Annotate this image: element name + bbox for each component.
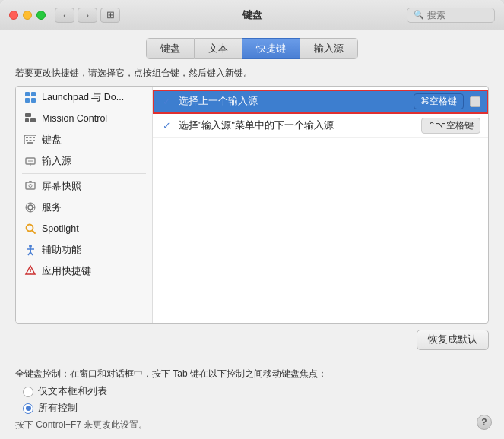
restore-defaults-button[interactable]: 恢复成默认: [417, 330, 489, 350]
radio-item-all-controls[interactable]: 所有控制: [23, 402, 489, 415]
svg-point-29: [29, 245, 32, 248]
search-input[interactable]: [427, 10, 488, 21]
svg-rect-1: [31, 92, 36, 96]
content-area: 若要更改快捷键，请选择它，点按组合键，然后键入新键。 Launchpad 与 D…: [0, 64, 504, 358]
sidebar-item-accessibility[interactable]: 辅助功能: [16, 239, 152, 261]
svg-rect-11: [26, 140, 28, 141]
shortcut-key-1: ⌘空格键: [414, 93, 464, 109]
svg-rect-2: [25, 98, 30, 103]
sidebar-item-app-shortcuts[interactable]: 应用快捷键: [16, 261, 152, 282]
sidebar-item-keyboard[interactable]: 键盘: [16, 129, 152, 150]
radio-item-text-only[interactable]: 仅文本框和列表: [23, 385, 489, 398]
sidebar-label-spotlight: Spotlight: [42, 223, 79, 234]
svg-rect-20: [29, 181, 32, 182]
shortcut-list: ✓ 选择上一个输入源 ⌘空格键 ✓ 选择"输入源"菜单中的下一个输入源 ⌃⌥空格…: [153, 87, 488, 323]
tab-keyboard[interactable]: 键盘: [146, 38, 195, 59]
input-icon: [24, 154, 37, 168]
shortcut-row-1[interactable]: ✓ 选择上一个输入源 ⌘空格键: [153, 90, 488, 114]
titlebar: ‹ › ⊞ 键盘 🔍: [0, 0, 504, 30]
minimize-button[interactable]: [23, 11, 32, 20]
app-shortcuts-icon: [24, 264, 37, 278]
svg-rect-14: [27, 142, 33, 144]
sidebar-item-input[interactable]: 输入源: [16, 150, 152, 172]
svg-line-33: [30, 252, 33, 255]
svg-rect-10: [33, 137, 35, 138]
main-panel: Launchpad 与 Do... Mission Control: [15, 86, 489, 324]
svg-rect-8: [26, 137, 28, 138]
sidebar-label-services: 服务: [42, 201, 62, 214]
traffic-lights: [9, 11, 46, 20]
sidebar-item-launchpad[interactable]: Launchpad 与 Do...: [16, 87, 152, 108]
svg-rect-4: [25, 113, 31, 117]
main-window: ‹ › ⊞ 键盘 🔍 键盘 文本 快捷键 输入源 若要更改快捷键，请选择它，点按…: [0, 0, 504, 439]
check-icon-2: ✓: [160, 120, 173, 132]
keyboard-control-section: 全键盘控制：在窗口和对话框中，按下 Tab 键在以下控制之间移动键盘焦点： 仅文…: [0, 358, 504, 439]
shortcut-panel: ✓ 选择上一个输入源 ⌘空格键 ✓ 选择"输入源"菜单中的下一个输入源 ⌃⌥空格…: [153, 87, 488, 323]
radio-circle-all-controls[interactable]: [23, 403, 33, 414]
nav-buttons: ‹ ›: [55, 8, 97, 23]
close-button[interactable]: [9, 11, 18, 20]
sidebar-label-screenshot: 屏幕快照: [42, 180, 81, 193]
sidebar-label-launchpad: Launchpad 与 Do...: [42, 91, 124, 104]
keyboard-icon: [24, 133, 37, 147]
shortcut-label-1: 选择上一个输入源: [179, 95, 407, 108]
key-edit-indicator: [470, 96, 480, 107]
sidebar-item-mission[interactable]: Mission Control: [16, 108, 152, 129]
tab-text[interactable]: 文本: [195, 38, 242, 59]
sidebar-label-input: 输入源: [42, 155, 71, 168]
launchpad-icon: [24, 90, 37, 104]
svg-rect-12: [30, 140, 32, 141]
search-icon: 🔍: [414, 10, 424, 20]
grid-button[interactable]: ⊞: [100, 8, 120, 23]
sidebar: Launchpad 与 Do... Mission Control: [16, 87, 153, 323]
forward-button[interactable]: ›: [78, 8, 97, 23]
radio-label-text-only: 仅文本框和列表: [38, 385, 107, 398]
sidebar-item-spotlight[interactable]: Spotlight: [16, 218, 152, 239]
sidebar-divider: [22, 173, 146, 174]
svg-point-21: [28, 205, 33, 210]
screenshot-icon: [24, 179, 37, 193]
sidebar-label-keyboard: 键盘: [42, 134, 62, 147]
sidebar-label-mission: Mission Control: [42, 113, 107, 124]
svg-rect-0: [25, 92, 30, 96]
shortcut-label-2: 选择"输入源"菜单中的下一个输入源: [179, 119, 415, 132]
sidebar-item-screenshot[interactable]: 屏幕快照: [16, 175, 152, 197]
sidebar-item-services[interactable]: 服务: [16, 197, 152, 218]
check-icon-1: ✓: [160, 96, 173, 108]
accessibility-icon: [24, 243, 37, 257]
svg-point-36: [30, 273, 31, 274]
maximize-button[interactable]: [36, 11, 46, 20]
radio-label-all-controls: 所有控制: [38, 402, 78, 415]
help-button[interactable]: ?: [477, 415, 492, 430]
window-title: 键盘: [242, 8, 262, 22]
svg-rect-3: [31, 98, 36, 103]
svg-rect-18: [26, 182, 35, 189]
shortcut-row-2[interactable]: ✓ 选择"输入源"菜单中的下一个输入源 ⌃⌥空格键: [153, 114, 488, 138]
svg-rect-5: [25, 118, 29, 122]
tab-bar: 键盘 文本 快捷键 输入源: [0, 30, 504, 64]
sidebar-label-accessibility: 辅助功能: [42, 244, 81, 257]
tab-input[interactable]: 输入源: [300, 38, 358, 59]
hint-text: 按下 Control+F7 来更改此设置。: [15, 418, 489, 431]
spotlight-icon: [24, 222, 37, 235]
instruction-text: 若要更改快捷键，请选择它，点按组合键，然后键入新键。: [15, 67, 489, 80]
radio-group: 仅文本框和列表 所有控制: [23, 385, 489, 415]
radio-circle-text-only[interactable]: [23, 387, 33, 397]
bottom-section: 恢复成默认: [15, 324, 489, 350]
mission-icon: [24, 112, 37, 125]
shortcut-row-container-1: ✓ 选择上一个输入源 ⌘空格键: [153, 90, 488, 114]
svg-rect-6: [30, 118, 36, 122]
services-icon: [24, 201, 37, 214]
svg-rect-13: [33, 140, 35, 141]
sidebar-label-app-shortcuts: 应用快捷键: [42, 265, 91, 278]
restore-btn-row: 恢复成默认: [15, 330, 489, 350]
tab-shortcuts[interactable]: 快捷键: [242, 38, 300, 59]
svg-rect-9: [30, 137, 32, 138]
shortcut-key-2: ⌃⌥空格键: [421, 118, 480, 134]
back-button[interactable]: ‹: [55, 8, 74, 23]
search-box[interactable]: 🔍: [407, 8, 495, 23]
svg-point-19: [29, 185, 32, 188]
keyboard-control-title: 全键盘控制：在窗口和对话框中，按下 Tab 键在以下控制之间移动键盘焦点：: [15, 368, 489, 381]
svg-line-28: [33, 231, 36, 234]
